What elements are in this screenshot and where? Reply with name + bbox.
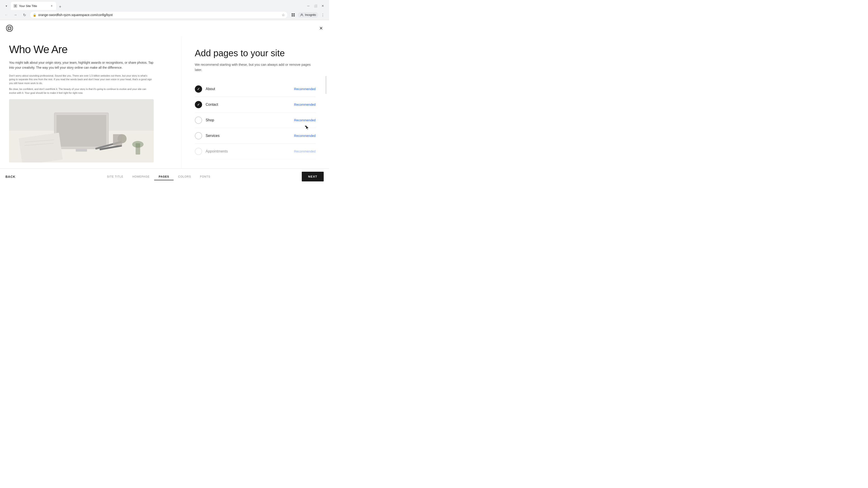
- svg-rect-2: [293, 13, 295, 15]
- incognito-badge[interactable]: Incognito: [298, 12, 318, 18]
- svg-rect-3: [291, 15, 293, 17]
- page-item-about: ✓ About Recommended: [195, 81, 315, 97]
- page-item-services: ✓ Services Recommended: [195, 128, 315, 144]
- main-area: Who We Are You might talk about your ori…: [0, 36, 329, 168]
- svg-rect-18: [113, 134, 122, 145]
- tab-fonts[interactable]: FONTS: [195, 173, 215, 180]
- browser-tab[interactable]: Your Site Title ✕: [11, 2, 56, 10]
- page-check-services[interactable]: ✓: [195, 132, 202, 139]
- tab-bar: Your Site Title ✕ +: [11, 2, 305, 10]
- page-name-contact: Contact: [206, 103, 290, 107]
- close-window-button[interactable]: ✕: [319, 2, 327, 9]
- preview-nav: ← About →: [9, 168, 154, 168]
- preview-next-button[interactable]: →: [91, 168, 99, 168]
- page-item-shop: ✓ Shop Recommended: [195, 112, 315, 128]
- preview-description: You might talk about your origin story, …: [9, 60, 154, 70]
- menu-button[interactable]: ⋮: [319, 11, 327, 19]
- incognito-label: Incognito: [305, 13, 316, 17]
- next-button[interactable]: NEXT: [302, 172, 324, 182]
- bookmark-icon[interactable]: ☆: [282, 13, 285, 17]
- page-name-services: Services: [206, 134, 290, 138]
- svg-rect-11: [76, 149, 87, 152]
- tab-favicon: [13, 4, 17, 8]
- browser-titlebar: ▾ Your Site Title ✕ + ─ ⬜ ✕: [0, 0, 329, 10]
- app-topbar: ✕: [0, 20, 329, 36]
- svg-rect-10: [57, 115, 106, 147]
- page-badge-services: Recommended: [294, 134, 315, 138]
- browser-toolbar: ← → ↻ 🔒 orange-swordfish-rpzm.squarespac…: [0, 10, 329, 20]
- new-tab-button[interactable]: +: [57, 4, 63, 10]
- page-item-appointments: ✓ Appointments Recommended: [195, 144, 315, 159]
- page-badge-shop: Recommended: [294, 119, 315, 122]
- preview-small-text-1: Don't worry about sounding professional.…: [9, 74, 154, 85]
- window-controls: ─ ⬜ ✕: [305, 2, 327, 9]
- preview-content: Who We Are You might talk about your ori…: [9, 43, 154, 168]
- address-text: orange-swordfish-rpzm.squarespace.com/co…: [38, 13, 280, 17]
- pages-panel-subtitle: We recommend starting with these, but yo…: [195, 62, 315, 72]
- pages-list: ✓ About Recommended ✓ Contact Recommende…: [195, 81, 315, 159]
- scroll-indicator: [326, 76, 327, 94]
- squarespace-logo[interactable]: [4, 23, 14, 33]
- reload-button[interactable]: ↻: [21, 11, 28, 19]
- tab-close-button[interactable]: ✕: [50, 4, 53, 8]
- tab-switcher-button[interactable]: ▾: [3, 2, 10, 9]
- page-badge-appointments: Recommended: [294, 150, 315, 153]
- page-name-shop: Shop: [206, 118, 290, 122]
- pages-panel-title: Add pages to your site: [195, 48, 315, 59]
- back-button[interactable]: BACK: [5, 173, 16, 180]
- progress-tabs: SITE TITLE HOMEPAGE PAGES COLORS FONTS: [16, 173, 302, 180]
- page-name-about: About: [206, 87, 290, 91]
- page-badge-contact: Recommended: [294, 103, 315, 106]
- preview-prev-button[interactable]: ←: [64, 168, 72, 168]
- app-close-button[interactable]: ✕: [317, 25, 324, 32]
- preview-small-text-2: Be clear, be confident, and don't overth…: [9, 87, 154, 95]
- tab-site-title[interactable]: SITE TITLE: [102, 173, 128, 180]
- page-item-contact: ✓ Contact Recommended: [195, 97, 315, 112]
- forward-nav-button[interactable]: →: [12, 11, 19, 19]
- page-badge-about: Recommended: [294, 87, 315, 91]
- app-content: ✕ Who We Are You might talk about your o…: [0, 20, 329, 184]
- svg-rect-4: [293, 15, 295, 17]
- svg-rect-20: [135, 143, 140, 155]
- preview-image: [9, 99, 154, 162]
- check-icon-contact: ✓: [197, 103, 200, 106]
- tab-homepage[interactable]: HOMEPAGE: [128, 173, 154, 180]
- restore-button[interactable]: ⬜: [312, 2, 319, 9]
- page-check-shop[interactable]: ✓: [195, 117, 202, 124]
- preview-panel: Who We Are You might talk about your ori…: [0, 36, 181, 168]
- back-nav-button[interactable]: ←: [3, 11, 10, 19]
- tab-title: Your Site Title: [19, 4, 48, 8]
- browser-chrome: ▾ Your Site Title ✕ + ─ ⬜ ✕ ← →: [0, 0, 329, 20]
- page-check-about[interactable]: ✓: [195, 86, 202, 93]
- pages-panel: Add pages to your site We recommend star…: [181, 36, 329, 168]
- check-icon-about: ✓: [197, 87, 200, 91]
- lock-icon: 🔒: [33, 13, 36, 17]
- page-check-contact[interactable]: ✓: [195, 101, 202, 108]
- minimize-button[interactable]: ─: [305, 2, 312, 9]
- tab-pages[interactable]: PAGES: [154, 173, 174, 180]
- address-bar[interactable]: 🔒 orange-swordfish-rpzm.squarespace.com/…: [30, 11, 288, 19]
- page-check-appointments[interactable]: ✓: [195, 148, 202, 155]
- preview-title: Who We Are: [9, 43, 154, 56]
- tab-colors[interactable]: COLORS: [174, 173, 195, 180]
- page-name-appointments: Appointments: [206, 149, 290, 153]
- bottom-bar: BACK SITE TITLE HOMEPAGE PAGES COLORS FO…: [0, 168, 329, 184]
- extensions-button[interactable]: [289, 11, 297, 19]
- browser-actions: Incognito ⋮: [289, 11, 327, 19]
- svg-rect-1: [291, 13, 293, 15]
